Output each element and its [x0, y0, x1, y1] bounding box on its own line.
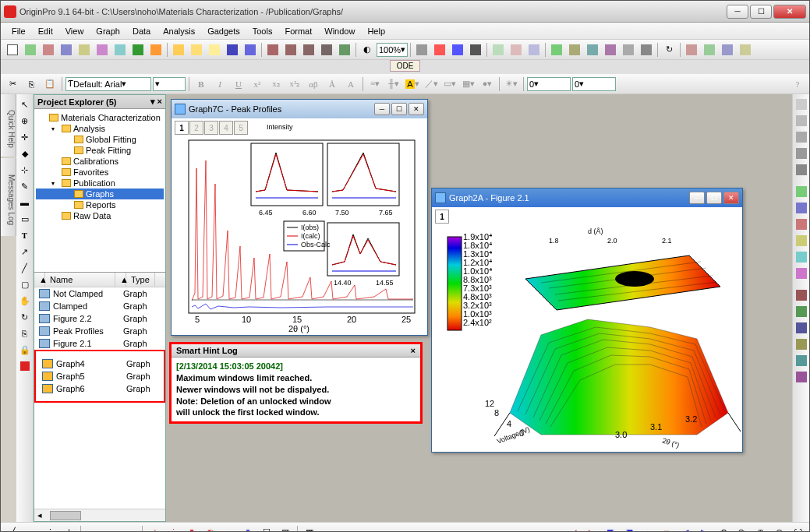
bt-6[interactable]: ▭ [103, 524, 120, 533]
list-item-graph5[interactable]: Graph5Graph [37, 370, 162, 382]
rt-btn-12[interactable] [794, 288, 808, 302]
extract-button[interactable] [638, 41, 655, 58]
bt-template[interactable]: ▦ [301, 524, 318, 533]
bt-3d-9[interactable]: ⟲ [714, 524, 731, 533]
bold-button[interactable]: B [193, 76, 210, 93]
bt-3d-3[interactable]: ◤ [602, 524, 619, 533]
close-button[interactable]: ✕ [773, 5, 806, 19]
rt-btn-11[interactable] [794, 266, 808, 280]
graph2a-close-button[interactable]: ✕ [723, 192, 739, 204]
menu-format[interactable]: Format [278, 25, 318, 37]
tree-node-materials-characterization[interactable]: Materials Characterization [36, 112, 164, 123]
font-combo[interactable]: Ƭ Default: Arial ▾ [65, 77, 151, 91]
help-button[interactable]: ? [789, 76, 806, 93]
slide-button[interactable] [431, 41, 448, 58]
sort-button[interactable] [719, 41, 736, 58]
rt-btn-14[interactable] [794, 321, 808, 335]
new-layout-button[interactable] [94, 41, 111, 58]
maximize-button[interactable]: ☐ [750, 5, 772, 19]
copy-button[interactable]: ⎘ [23, 76, 40, 93]
light-button[interactable]: ☀▾ [503, 76, 520, 93]
bt-scatter-plot[interactable]: ⋮ [164, 524, 182, 533]
line-style-button[interactable]: ≡▾ [366, 76, 384, 93]
menu-tools[interactable]: Tools [246, 25, 279, 37]
number2-combo[interactable]: 0 ▾ [572, 77, 616, 91]
graph2a-min-button[interactable]: ─ [689, 192, 705, 204]
minimize-button[interactable]: ─ [727, 5, 748, 19]
insert-tool[interactable]: ⎘ [18, 326, 32, 340]
bt-area-plot[interactable]: ▲ [221, 524, 238, 533]
smart-hint-titlebar[interactable]: Smart Hint Log × [172, 344, 420, 358]
menu-edit[interactable]: Edit [32, 25, 59, 37]
line-width-button[interactable]: ╫▾ [385, 76, 402, 93]
bt-7[interactable]: ≡ [122, 524, 139, 533]
bt-4[interactable]: ⊹ [60, 524, 77, 533]
font-up-button[interactable]: Å [324, 76, 341, 93]
pan-tool[interactable]: ✋ [18, 294, 32, 308]
col-button[interactable] [737, 41, 754, 58]
stats-button[interactable] [683, 41, 700, 58]
rt-btn-7[interactable] [794, 201, 808, 215]
bt-2[interactable]: ⟍ [23, 524, 40, 533]
bt-bar-plot[interactable]: ▮ [183, 524, 200, 533]
new-graph-button[interactable] [76, 41, 93, 58]
refresh-button[interactable] [508, 41, 525, 58]
menu-view[interactable]: View [59, 25, 90, 37]
bt-3d-2[interactable]: ◣ [583, 524, 600, 533]
italic-button[interactable]: I [211, 76, 228, 93]
line-color-button[interactable]: ／▾ [423, 76, 440, 93]
duplicate-button[interactable] [490, 41, 507, 58]
graph2a-layer-tabs[interactable]: 1 [432, 207, 742, 226]
menu-gadgets[interactable]: Gadgets [201, 25, 246, 37]
recalc-button[interactable]: ↻ [660, 41, 677, 58]
tree-node-analysis[interactable]: ▾Analysis [36, 123, 164, 134]
graph7c-titlebar[interactable]: Graph7C - Peak Profiles ─ ☐ ✕ [172, 100, 427, 118]
bt-column-plot[interactable]: ▮ [239, 524, 256, 533]
export-button[interactable] [467, 41, 484, 58]
rt-btn-1[interactable] [794, 97, 808, 111]
list-item-figure-2.2[interactable]: Figure 2.2Graph [34, 312, 165, 325]
fill-color-button[interactable]: A▾ [404, 76, 421, 93]
pointer-tool[interactable]: ↖ [18, 97, 32, 111]
bt-3d-fit[interactable]: ⛶ [789, 524, 806, 533]
rotate-tool[interactable]: ↻ [18, 310, 32, 324]
scale-button[interactable] [566, 41, 583, 58]
graph2a-max-button[interactable]: ☐ [706, 192, 722, 204]
rt-btn-2[interactable] [794, 114, 808, 128]
bt-1[interactable]: ╱ [4, 524, 21, 533]
new-workbook-button[interactable] [22, 41, 39, 58]
cut-button[interactable]: ✂ [4, 76, 21, 93]
digitizer-button[interactable] [548, 41, 565, 58]
pe-scrollbar[interactable]: ◂ [34, 509, 165, 521]
greek-button[interactable]: αβ [305, 76, 322, 93]
ode-button[interactable]: ODE [390, 60, 421, 72]
underline-button[interactable]: U [230, 76, 247, 93]
new-matrix-button[interactable] [58, 41, 75, 58]
graph7c-layer-tabs[interactable]: 1 2 3 4 5 [172, 118, 251, 137]
pe-close-icon[interactable]: × [157, 97, 162, 107]
rt-btn-13[interactable] [794, 305, 808, 319]
rt-btn-9[interactable] [794, 234, 808, 248]
zoom-combo[interactable]: 100% ▾ [377, 43, 408, 57]
bt-3d-12[interactable]: ⊖ [770, 524, 787, 533]
pattern-button[interactable]: ▦▾ [460, 76, 477, 93]
text-tool[interactable]: T [18, 228, 32, 242]
name-list-header[interactable]: ▲ Name ▲ Type [34, 273, 165, 287]
list-item-clamped[interactable]: ClampedGraph [34, 300, 165, 312]
tree-node-graphs[interactable]: Graphs [36, 188, 164, 199]
bt-pie-plot[interactable]: ◐ [202, 524, 219, 533]
rescale-button[interactable] [584, 41, 601, 58]
graph7c-window[interactable]: Graph7C - Peak Profiles ─ ☐ ✕ 1 2 3 4 5 [171, 99, 428, 336]
tree-node-raw-data[interactable]: Raw Data [36, 210, 164, 221]
import-wizard-button[interactable] [264, 41, 281, 58]
edge-color-button[interactable]: ▭▾ [441, 76, 458, 93]
layer-tab-2[interactable]: 2 [189, 121, 203, 135]
tile-button[interactable] [525, 41, 543, 58]
batch-button[interactable] [336, 41, 353, 58]
rt-btn-4[interactable] [794, 146, 808, 160]
layer-tab-5[interactable]: 5 [234, 121, 248, 135]
video-button[interactable] [449, 41, 466, 58]
new-worksheet-button[interactable] [40, 41, 57, 58]
zoom-in-button[interactable]: ◐ [359, 41, 376, 58]
reader-tool[interactable]: ✛ [18, 130, 32, 144]
